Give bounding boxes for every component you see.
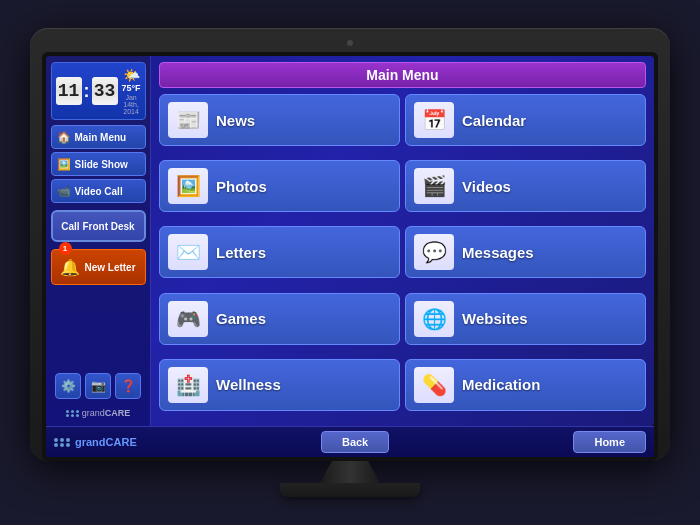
sidebar: 11 : 33 🌤️ 75°F Jan 14th, 2014 🏠 [46, 56, 151, 426]
menu-item-websites[interactable]: 🌐 Websites [405, 293, 646, 345]
stand-base [280, 483, 420, 497]
menu-item-letters[interactable]: ✉️ Letters [159, 226, 400, 278]
photos-label: Photos [216, 178, 267, 195]
monitor-wrapper: 11 : 33 🌤️ 75°F Jan 14th, 2014 🏠 [30, 28, 670, 497]
clock-colon: : [84, 81, 90, 102]
videocall-btn-label: Video Call [75, 186, 123, 197]
news-icon-box: 📰 [168, 102, 208, 138]
games-icon-box: 🎮 [168, 301, 208, 337]
sidebar-main-menu-btn[interactable]: 🏠 Main Menu [51, 125, 146, 149]
logo-dots-sidebar [66, 410, 80, 417]
menu-grid: 📰 News 📅 Calendar [159, 94, 646, 420]
clock-minute-block: 33 [92, 77, 118, 105]
menu-item-wellness[interactable]: 🏥 Wellness [159, 359, 400, 411]
bottom-logo-dots [54, 438, 71, 447]
bottom-logo-dot [66, 443, 70, 447]
screen-bezel: 11 : 33 🌤️ 75°F Jan 14th, 2014 🏠 [42, 52, 658, 461]
letters-icon: ✉️ [176, 240, 201, 264]
call-front-desk-label: Call Front Desk [61, 221, 134, 232]
sidebar-slideshow-btn[interactable]: 🖼️ Slide Show [51, 152, 146, 176]
logo-dot [66, 410, 69, 413]
new-letter-notification: 1 🔔 New Letter [51, 245, 146, 285]
monitor-stand [280, 461, 420, 497]
bottom-logo-dot [60, 443, 64, 447]
bottom-logo-text: grandCARE [75, 436, 137, 448]
grandcare-logo-text-sidebar: grandCARE [82, 408, 131, 418]
weather-date: Jan 14th, 2014 [122, 94, 141, 115]
calendar-icon: 📅 [422, 108, 447, 132]
slideshow-btn-label: Slide Show [75, 159, 128, 170]
camera-dot [347, 40, 353, 46]
back-button[interactable]: Back [321, 431, 389, 453]
messages-icon: 💬 [422, 240, 447, 264]
slideshow-icon: 🖼️ [57, 158, 71, 171]
videocall-icon: 📹 [57, 185, 71, 198]
photos-icon: 🖼️ [176, 174, 201, 198]
bottom-logo-dot [60, 438, 64, 442]
notification-count: 1 [59, 242, 72, 255]
bottom-logo-dot [54, 443, 58, 447]
home-button[interactable]: Home [573, 431, 646, 453]
messages-icon-box: 💬 [414, 234, 454, 270]
settings-icon: ⚙️ [61, 379, 76, 393]
games-label: Games [216, 310, 266, 327]
news-label: News [216, 112, 255, 129]
help-btn[interactable]: ❓ [115, 373, 141, 399]
sidebar-bottom-icons: ⚙️ 📷 ❓ [55, 373, 141, 403]
medication-label: Medication [462, 376, 540, 393]
main-menu-btn-label: Main Menu [75, 132, 127, 143]
menu-item-games[interactable]: 🎮 Games [159, 293, 400, 345]
grandcare-logo-sidebar: grandCARE [66, 406, 131, 420]
bottom-logo-dot [66, 438, 70, 442]
clock-digits: 11 : 33 [56, 77, 118, 105]
menu-item-news[interactable]: 📰 News [159, 94, 400, 146]
help-icon: ❓ [121, 379, 136, 393]
menu-item-medication[interactable]: 💊 Medication [405, 359, 646, 411]
videos-icon: 🎬 [422, 174, 447, 198]
letters-label: Letters [216, 244, 266, 261]
letters-icon-box: ✉️ [168, 234, 208, 270]
photos-icon-box: 🖼️ [168, 168, 208, 204]
main-menu-icon: 🏠 [57, 131, 71, 144]
videos-icon-box: 🎬 [414, 168, 454, 204]
main-content: Main Menu 📰 News � [151, 56, 654, 426]
sidebar-videocall-btn[interactable]: 📹 Video Call [51, 179, 146, 203]
menu-item-messages[interactable]: 💬 Messages [405, 226, 646, 278]
news-icon: 📰 [176, 108, 201, 132]
calendar-label: Calendar [462, 112, 526, 129]
calendar-icon-box: 📅 [414, 102, 454, 138]
messages-label: Messages [462, 244, 534, 261]
main-menu-title: Main Menu [159, 62, 646, 88]
screen: 11 : 33 🌤️ 75°F Jan 14th, 2014 🏠 [46, 56, 654, 426]
logo-dot [71, 410, 74, 413]
logo-dot [76, 414, 79, 417]
menu-item-photos[interactable]: 🖼️ Photos [159, 160, 400, 212]
websites-label: Websites [462, 310, 528, 327]
monitor-outer: 11 : 33 🌤️ 75°F Jan 14th, 2014 🏠 [30, 28, 670, 461]
bottom-logo-dot [54, 438, 58, 442]
logo-dot [76, 410, 79, 413]
settings-btn[interactable]: ⚙️ [55, 373, 81, 399]
websites-icon: 🌐 [422, 307, 447, 331]
games-icon: 🎮 [176, 307, 201, 331]
call-front-desk-btn[interactable]: Call Front Desk [51, 210, 146, 242]
weather-side: 🌤️ 75°F Jan 14th, 2014 [122, 67, 141, 115]
stand-neck [320, 461, 380, 483]
wellness-label: Wellness [216, 376, 281, 393]
logo-dot [66, 414, 69, 417]
weather-icon: 🌤️ [123, 67, 140, 83]
logo-dot [71, 414, 74, 417]
medication-icon-box: 💊 [414, 367, 454, 403]
bottom-bar: grandCARE Back Home [46, 426, 654, 457]
videos-label: Videos [462, 178, 511, 195]
medication-icon: 💊 [422, 373, 447, 397]
weather-temp: 75°F [122, 83, 141, 93]
wellness-icon-box: 🏥 [168, 367, 208, 403]
clock-hour-block: 11 [56, 77, 82, 105]
websites-icon-box: 🌐 [414, 301, 454, 337]
menu-item-calendar[interactable]: 📅 Calendar [405, 94, 646, 146]
new-letter-label: New Letter [84, 262, 135, 273]
bell-icon: 🔔 [60, 258, 80, 277]
menu-item-videos[interactable]: 🎬 Videos [405, 160, 646, 212]
camera-btn[interactable]: 📷 [85, 373, 111, 399]
